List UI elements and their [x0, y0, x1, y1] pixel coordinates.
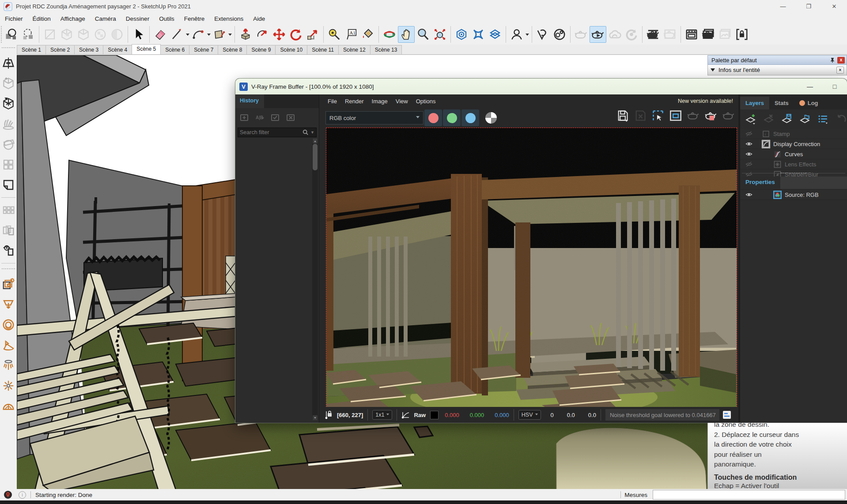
region-select-button[interactable] [652, 109, 664, 122]
vray-interactive-button[interactable] [470, 26, 487, 43]
select-cursor-button[interactable] [130, 26, 147, 43]
vray-paving-button[interactable] [1, 203, 16, 218]
line-tool-dropdown[interactable] [185, 26, 190, 43]
omni-light-button[interactable] [1, 378, 16, 393]
eye-off-icon[interactable] [745, 130, 753, 137]
vray-viewport-button[interactable] [487, 26, 503, 43]
vray-tiles-button[interactable] [1, 157, 16, 172]
layer-row[interactable]: Lens Effects [740, 159, 847, 169]
scene-tab-12[interactable]: Scène 12 [338, 45, 371, 54]
offset-button[interactable] [304, 26, 321, 43]
scene-tab-10[interactable]: Scène 10 [275, 45, 307, 54]
chaos-palette-button[interactable] [551, 26, 568, 43]
palette-header[interactable]: Palette par défaut x [707, 55, 847, 65]
close-button[interactable]: ✕ [821, 0, 847, 13]
history-ab-compare-button[interactable]: A|B [254, 112, 266, 123]
vfb-tab-log[interactable]: Log [794, 97, 824, 109]
clear-image-button[interactable] [634, 109, 647, 122]
frame-buffer-teapot-button[interactable] [700, 26, 717, 43]
viewport-render-window-button[interactable] [662, 26, 678, 43]
vfb-tab-stats[interactable]: Stats [769, 97, 794, 109]
measures-input[interactable] [653, 490, 845, 500]
paint-bucket-button[interactable] [359, 26, 376, 43]
history-accept-button[interactable] [270, 112, 281, 123]
scroll-down-icon[interactable]: ▼ [313, 415, 318, 420]
menu-extensions[interactable]: Extensions [209, 14, 248, 24]
scene-tab-1[interactable]: Scène 1 [17, 45, 46, 54]
entity-info-section[interactable]: Infos sur l'entité × [707, 65, 847, 75]
scene-tab-3[interactable]: Scène 3 [74, 45, 103, 54]
menu-dessiner[interactable]: Dessiner [121, 14, 154, 24]
scene-tab-11[interactable]: Scène 11 [307, 45, 339, 54]
follow-me-button[interactable] [254, 26, 271, 43]
minimize-button[interactable]: — [770, 0, 796, 13]
menu-camra[interactable]: Caméra [90, 14, 121, 24]
export-proxy-button[interactable] [1, 76, 16, 91]
vfb-menu-image[interactable]: Image [368, 96, 392, 107]
menu-fentre[interactable]: Fenêtre [179, 14, 210, 24]
layer-row[interactable]: Source: RGB [740, 190, 847, 200]
vfb-stop-render-button[interactable] [705, 109, 717, 122]
vfb-menu-view[interactable]: View [392, 96, 412, 107]
pan-button[interactable] [398, 26, 415, 43]
layer-delete-button[interactable] [763, 113, 775, 124]
vray-fur-button[interactable] [1, 117, 16, 132]
vfb-menu-options[interactable]: Options [412, 96, 440, 107]
zoom-extents-button[interactable] [431, 26, 448, 43]
dome-light-button[interactable] [1, 277, 16, 292]
push-pull-button[interactable] [237, 26, 254, 43]
menu-fichier[interactable]: Fichier [0, 14, 28, 24]
style-wireframe-button[interactable] [75, 26, 92, 43]
layer-row[interactable]: Curves [740, 149, 847, 159]
eye-off-icon[interactable] [745, 161, 753, 168]
vray-asset-editor-button[interactable] [453, 26, 470, 43]
vfb-rendered-image[interactable] [326, 128, 737, 407]
eye-open-icon[interactable] [745, 140, 753, 147]
save-image-button[interactable] [616, 109, 629, 122]
frame-buffer-window-button[interactable] [683, 26, 700, 43]
scene-tab-6[interactable]: Scène 6 [160, 45, 189, 54]
white-balance-toggle[interactable] [485, 112, 497, 124]
menu-affichage[interactable]: Affichage [56, 14, 90, 24]
undo-arrow-button[interactable] [835, 113, 847, 124]
scroll-up-icon[interactable]: ▲ [313, 139, 318, 143]
vfb-last-render-button[interactable] [722, 109, 735, 122]
mesh-light-button[interactable] [1, 399, 16, 414]
pixel-lock-icon[interactable] [324, 410, 333, 419]
search-dropdown-icon[interactable]: ▼ [310, 130, 314, 135]
render-interactive-button[interactable] [590, 26, 606, 43]
vfb-menu-file[interactable]: File [324, 96, 341, 107]
rectangle-tool-dropdown[interactable] [228, 26, 232, 43]
vray-preview-button[interactable] [1, 243, 16, 258]
frame-buffer-lock-button[interactable] [734, 26, 750, 43]
scene-tab-2[interactable]: Scène 2 [45, 45, 75, 54]
vfb-titlebar[interactable]: V V-Ray Frame Buffer - [100.0% of 1920 x… [235, 79, 847, 94]
ies-light-button[interactable] [1, 358, 16, 373]
vray-logo-button[interactable] [534, 26, 551, 43]
arc-tool-dropdown[interactable] [207, 26, 211, 43]
vfb-maximize-button[interactable]: □ [822, 83, 847, 90]
scene-tab-8[interactable]: Scène 8 [218, 45, 247, 54]
geolocation-icon[interactable] [4, 490, 12, 499]
layer-row[interactable]: Display Correction [740, 139, 847, 149]
zoom-button[interactable] [415, 26, 431, 43]
colorspace-dropdown[interactable]: HSV [518, 410, 541, 420]
properties-tab[interactable]: Properties [740, 177, 780, 189]
scene-tab-9[interactable]: Scène 9 [246, 45, 276, 54]
move-button[interactable] [271, 26, 287, 43]
history-search-input[interactable]: Search filter ▼ [238, 128, 317, 137]
curve-display-icon[interactable] [401, 410, 410, 419]
rect-light-button[interactable] [1, 297, 16, 312]
render-update-button[interactable] [623, 26, 640, 43]
sphere-light-button[interactable] [1, 317, 16, 332]
select-lasso-button[interactable] [20, 26, 37, 43]
style-back-edges-button[interactable] [58, 26, 75, 43]
layer-row[interactable]: iStamp [740, 129, 847, 139]
eye-open-icon[interactable] [745, 191, 753, 198]
style-hidden-line-button[interactable] [92, 26, 109, 43]
import-proxy-button[interactable] [1, 96, 16, 111]
info-icon[interactable]: i [19, 491, 26, 499]
rectangle-tool-button[interactable] [211, 26, 228, 43]
vray-clipper-button[interactable] [1, 137, 16, 152]
scene-tab-7[interactable]: Scène 7 [189, 45, 218, 54]
